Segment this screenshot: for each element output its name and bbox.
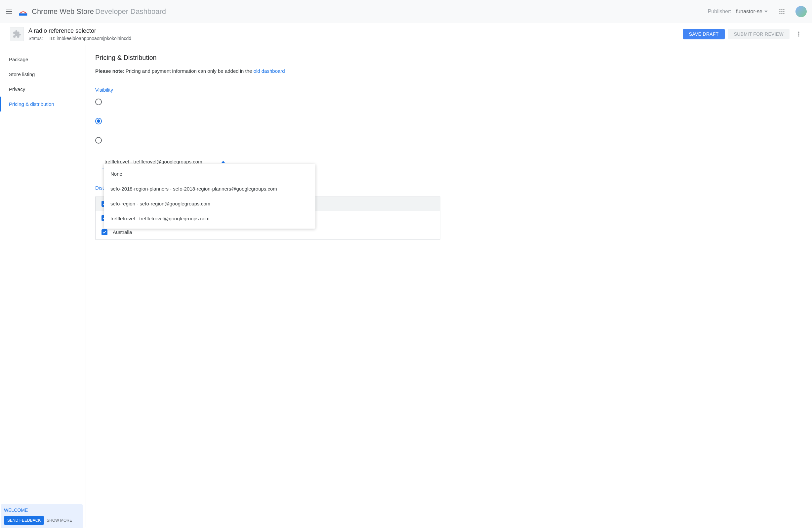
extension-puzzle-icon — [10, 27, 24, 41]
svg-point-4 — [780, 11, 781, 12]
svg-point-8 — [782, 13, 783, 14]
header-title: Chrome Web Store Developer Dashboard — [32, 7, 708, 16]
chevron-up-icon — [221, 161, 225, 163]
title-primary: Chrome Web Store — [32, 7, 94, 16]
visibility-radio-group — [95, 99, 440, 144]
publisher-block: Publisher: funastor-se — [708, 6, 807, 17]
extension-meta: Status: ID: imbkeeibioanppnoaomjpkokolhi… — [28, 36, 683, 41]
nav-pricing-distribution[interactable]: Pricing & distribution — [0, 97, 86, 112]
popover-option-3[interactable]: treffletrovel - treffletrovel@googlegrou… — [104, 211, 315, 226]
extension-subheader: A radio reference selector Status: ID: i… — [0, 23, 812, 45]
svg-point-12 — [798, 35, 799, 37]
svg-point-5 — [782, 11, 783, 12]
welcome-actions: SEND FEEDBACK SHOW MORE — [4, 516, 79, 525]
svg-point-10 — [798, 32, 799, 33]
region-label: Australia — [113, 229, 132, 235]
publisher-dropdown[interactable]: funastor-se — [736, 9, 768, 15]
visibility-section-label: Visibility — [95, 87, 440, 92]
svg-point-3 — [784, 9, 785, 10]
visibility-option-1[interactable] — [95, 99, 440, 105]
svg-point-6 — [784, 11, 785, 12]
visibility-option-2[interactable] — [95, 118, 440, 124]
note-text: : Pricing and payment information can on… — [123, 68, 253, 74]
welcome-title: WELCOME — [4, 508, 79, 513]
more-vert-icon[interactable] — [796, 31, 802, 38]
visibility-option-3[interactable] — [95, 137, 440, 144]
apps-grid-icon[interactable] — [779, 9, 785, 15]
menu-icon[interactable] — [5, 8, 13, 16]
pricing-note: Please note: Pricing and payment informa… — [95, 68, 440, 74]
publisher-label: Publisher: — [708, 9, 731, 15]
extension-name: A radio reference selector — [28, 27, 683, 34]
nav-package[interactable]: Package — [0, 52, 86, 67]
publisher-value: funastor-se — [736, 9, 763, 15]
popover-option-2[interactable]: sefo-region - sefo-region@googlegroups.c… — [104, 196, 315, 211]
status-label: Status: — [28, 36, 43, 41]
save-draft-button[interactable]: SAVE DRAFT — [683, 29, 725, 39]
chevron-down-icon — [764, 11, 768, 13]
nav-store-listing[interactable]: Store listing — [0, 67, 86, 82]
group-select-popover: None sefo-2018-region-planners - sefo-20… — [104, 164, 315, 229]
extension-info: A radio reference selector Status: ID: i… — [28, 27, 683, 41]
note-bold: Please note — [95, 68, 123, 74]
app-header: Chrome Web Store Developer Dashboard Pub… — [0, 0, 812, 23]
main-layout: Package Store listing Privacy Pricing & … — [0, 45, 812, 527]
svg-point-2 — [782, 9, 783, 10]
user-avatar[interactable] — [796, 6, 807, 17]
chrome-logo-icon — [18, 7, 28, 16]
svg-point-11 — [798, 33, 799, 34]
page-title: Pricing & Distribution — [95, 54, 440, 61]
svg-point-7 — [780, 13, 781, 14]
radio-icon[interactable] — [95, 99, 102, 105]
submit-review-button[interactable]: SUBMIT FOR REVIEW — [728, 29, 789, 39]
send-feedback-button[interactable]: SEND FEEDBACK — [4, 516, 44, 525]
svg-point-9 — [784, 13, 785, 14]
main-content: Pricing & Distribution Please note: Pric… — [86, 45, 450, 527]
svg-rect-0 — [19, 13, 27, 16]
svg-point-1 — [780, 9, 781, 10]
show-more-link[interactable]: SHOW MORE — [47, 518, 72, 523]
nav-privacy[interactable]: Privacy — [0, 82, 86, 97]
popover-option-none[interactable]: None — [104, 167, 315, 181]
radio-icon[interactable] — [95, 137, 102, 144]
title-secondary: Developer Dashboard — [95, 7, 166, 16]
popover-option-1[interactable]: sefo-2018-region-planners - sefo-2018-re… — [104, 181, 315, 196]
welcome-panel: WELCOME SEND FEEDBACK SHOW MORE — [1, 504, 83, 527]
radio-icon-selected[interactable] — [95, 118, 102, 124]
old-dashboard-link[interactable]: old dashboard — [253, 68, 285, 74]
sidebar-nav: Package Store listing Privacy Pricing & … — [0, 45, 86, 527]
checkbox-checked-icon[interactable] — [102, 229, 107, 235]
id-block: ID: imbkeeibioanppnoaomjpkokolhincdd — [49, 36, 132, 41]
